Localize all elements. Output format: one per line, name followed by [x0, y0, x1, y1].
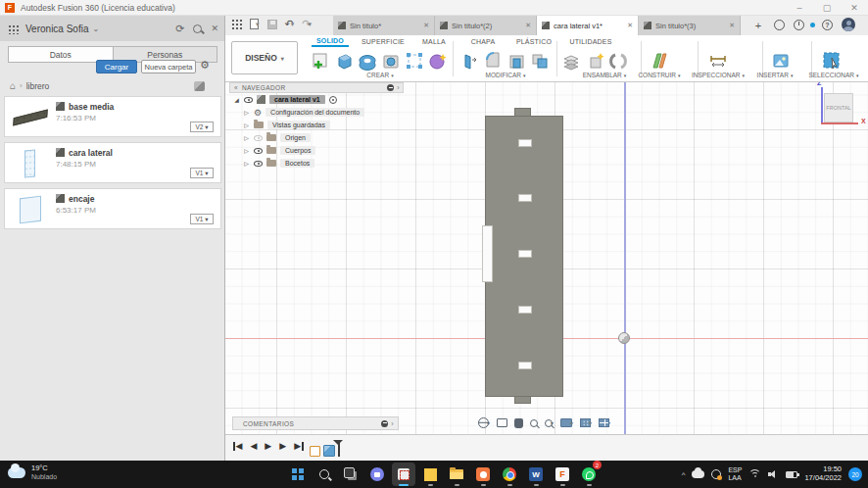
whatsapp-icon[interactable]: 2 — [577, 463, 601, 486]
tab-close-icon[interactable]: ✕ — [729, 22, 735, 29]
upload-button[interactable]: Cargar — [96, 60, 137, 73]
ribbon-tab-chapa[interactable]: CHAPA — [464, 35, 502, 47]
zoom-icon[interactable] — [530, 419, 538, 427]
visibility-eye-icon[interactable] — [244, 97, 253, 103]
select-icon[interactable] — [821, 49, 843, 72]
part-edge-notch[interactable] — [482, 225, 493, 282]
browser-row-sketches[interactable]: ▷ Bocetos — [229, 157, 404, 170]
timeline-sketch-feature[interactable] — [310, 446, 320, 457]
pattern-icon[interactable] — [404, 49, 425, 72]
timeline-go-start-button[interactable]: ◀ — [233, 441, 242, 451]
view-options-icon[interactable] — [194, 81, 205, 91]
home-icon[interactable]: ⌂ — [10, 80, 16, 91]
visibility-eye-icon[interactable] — [254, 161, 263, 167]
shell-icon[interactable] — [506, 49, 527, 72]
pan-icon[interactable] — [514, 418, 523, 428]
file-card-encaje[interactable]: encaje 6:53:17 PM V1▾ — [4, 188, 221, 229]
browser-row-views[interactable]: ▷ Vistas guardadas — [229, 119, 404, 131]
panel-close-icon[interactable]: ✕ — [211, 24, 218, 33]
fusion360-taskbar-icon[interactable]: F — [551, 463, 574, 486]
tab-close-icon[interactable]: ✕ — [627, 22, 633, 29]
measure-icon[interactable] — [707, 49, 729, 72]
visibility-eye-icon[interactable] — [254, 148, 263, 154]
orbit-icon[interactable] — [478, 417, 489, 428]
revolve-icon[interactable] — [357, 49, 378, 72]
timeline-step-back-button[interactable]: ◀ — [250, 441, 257, 451]
expand-icon[interactable]: ▷ — [243, 109, 250, 116]
teams-chat-icon[interactable] — [365, 463, 389, 486]
ribbon-tab-solido[interactable]: SOLIDO — [312, 35, 349, 47]
expand-icon[interactable]: ▷ — [243, 147, 250, 154]
app-grid-icon[interactable] — [231, 19, 242, 29]
comments-panel[interactable]: COMENTARIOS › — [232, 416, 399, 430]
document-tab-1[interactable]: Sin título* ✕ — [333, 16, 435, 35]
wifi-icon[interactable] — [748, 469, 761, 479]
file-name[interactable]: encaje — [69, 194, 94, 204]
breadcrumb-folder[interactable]: librero — [26, 81, 50, 91]
word-icon[interactable]: W — [524, 463, 548, 486]
file-card-cara-lateral[interactable]: cara lateral 7:48:15 PM V1▾ — [4, 142, 221, 183]
part-slot-2[interactable] — [518, 194, 532, 202]
battery-icon[interactable] — [786, 471, 797, 478]
help-icon[interactable]: ? — [822, 20, 833, 30]
document-tab-2[interactable]: Sin título*(2) ✕ — [435, 16, 537, 35]
save-icon[interactable] — [267, 20, 277, 29]
hole-icon[interactable] — [380, 49, 402, 72]
new-component-icon[interactable] — [586, 49, 607, 72]
file-name[interactable]: base media — [69, 102, 114, 112]
group-insertar[interactable]: INSERTAR▾ — [745, 72, 805, 78]
viewports-icon[interactable] — [599, 418, 609, 427]
weather-widget[interactable]: 19°C Nublado — [8, 464, 57, 481]
start-button[interactable] — [286, 463, 310, 486]
task-view-icon[interactable] — [339, 463, 362, 486]
language-indicator[interactable]: ESP LAA — [728, 466, 742, 481]
minimize-button[interactable]: – — [786, 0, 813, 15]
fillet-icon[interactable] — [482, 49, 504, 72]
insert-image-icon[interactable] — [770, 49, 792, 72]
group-seleccionar[interactable]: SELECCIONAR▾ — [799, 72, 868, 78]
panel-settings-gear-icon[interactable]: ⚙ — [200, 59, 210, 72]
expand-icon[interactable]: ▷ — [243, 160, 250, 167]
ribbon-tab-superficie[interactable]: SUPERFICIE — [357, 35, 410, 47]
ribbon-tab-plastico[interactable]: PLÁSTICO — [511, 35, 556, 47]
browser-row-config[interactable]: ▷ ⚙ Configuración del documento — [229, 106, 404, 119]
workspace-selector[interactable]: DISEÑO▾ — [231, 41, 298, 74]
part-slot-1[interactable] — [518, 139, 532, 147]
onedrive-icon[interactable] — [692, 470, 704, 478]
job-status-clock-icon[interactable] — [794, 20, 804, 30]
joint-icon[interactable] — [607, 49, 629, 72]
user-name[interactable]: Veronica Sofia — [25, 24, 89, 34]
part-slot-5[interactable] — [518, 362, 532, 369]
new-folder-button[interactable]: Nueva carpeta — [141, 60, 196, 73]
part-slot-4[interactable] — [518, 306, 532, 314]
panel-collapse-icon[interactable]: › — [391, 420, 394, 427]
origin-point[interactable] — [618, 332, 630, 344]
document-tab-4[interactable]: Sin título*(3) ✕ — [639, 16, 741, 35]
version-dropdown[interactable]: V1▾ — [190, 168, 214, 178]
timeline-play-button[interactable]: ▶ — [265, 441, 271, 451]
timeline-go-end-button[interactable]: ▶ — [294, 441, 303, 451]
timeline-extrude-feature[interactable] — [323, 445, 335, 457]
fit-view-icon[interactable] — [545, 419, 553, 427]
part-slot-3[interactable] — [518, 250, 532, 258]
extrude-icon[interactable] — [333, 49, 355, 72]
timeline-position-marker[interactable] — [338, 440, 340, 457]
viewcube[interactable]: FRONTAL — [824, 93, 853, 122]
clock-date[interactable]: 19:50 17/04/2022 — [804, 465, 842, 482]
sticky-notes-icon[interactable] — [418, 463, 442, 486]
version-dropdown[interactable]: V1▾ — [190, 214, 214, 224]
file-card-base-media[interactable]: base media 7:16:53 PM V2▾ — [4, 96, 221, 137]
sync-status-icon[interactable] — [711, 469, 721, 479]
redo-icon[interactable]: ↷ — [302, 19, 311, 29]
maximize-button[interactable]: ▢ — [813, 0, 841, 15]
browser-row-bodies[interactable]: ▷ Cuerpos — [229, 144, 404, 157]
panel-minimize-icon[interactable] — [387, 84, 394, 91]
snipping-tool-icon[interactable] — [392, 463, 415, 486]
document-tab-3-active[interactable]: cara lateral v1* ✕ — [537, 16, 639, 35]
screen-recorder-icon[interactable] — [471, 463, 495, 486]
new-tab-button[interactable]: + — [750, 18, 766, 33]
look-at-icon[interactable] — [497, 418, 507, 427]
account-avatar[interactable] — [842, 18, 855, 31]
browser-row-origin[interactable]: ▷ Origen — [229, 131, 404, 144]
group-crear[interactable]: CREAR▾ — [312, 72, 449, 78]
